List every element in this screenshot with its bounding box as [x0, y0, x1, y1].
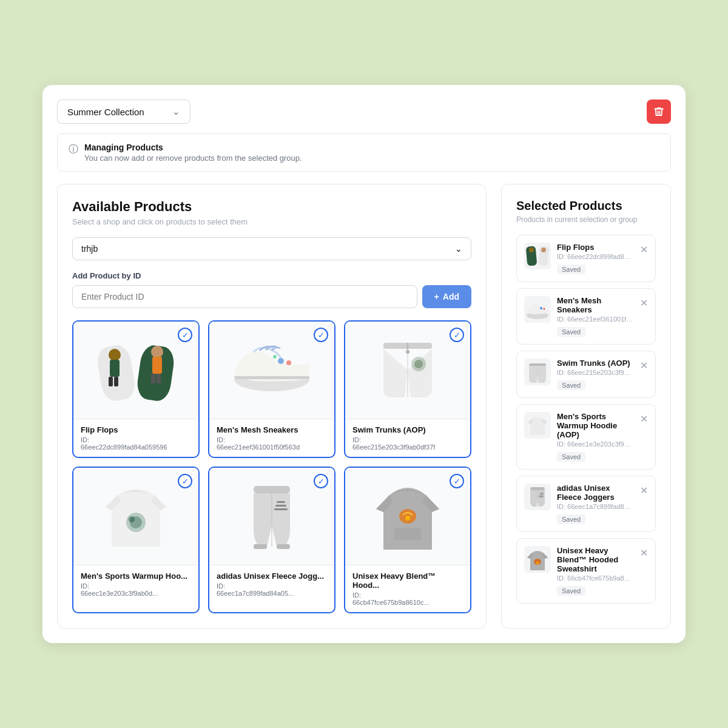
- product-card-joggers[interactable]: ✓: [208, 467, 335, 613]
- product-name: Men's Mesh Sneakers: [217, 425, 327, 434]
- product-info-joggers: adidas Unisex Fleece Jogg... ID:66eec1a7…: [209, 565, 334, 603]
- selected-item-flip-flops: Flip Flops ID: 66eec22dc899fad84a0... Sa…: [516, 235, 656, 282]
- selected-thumb-flip-flops: [524, 243, 551, 269]
- delete-collection-button[interactable]: [647, 99, 671, 124]
- selected-check-icon: ✓: [314, 328, 328, 342]
- product-name: Flip Flops: [81, 425, 191, 434]
- svg-rect-23: [254, 486, 290, 493]
- main-content: Available Products Select a shop and cli…: [57, 184, 671, 629]
- selected-item-id: ID: 66eec22dc899fad84a0...: [557, 253, 634, 260]
- selected-item-details: Unisex Heavy Blend™ Hooded Sweatshirt ID…: [557, 546, 634, 596]
- svg-rect-9: [157, 374, 161, 383]
- selected-item-id: ID: 66eec1e3e203c3f9ab0d...: [557, 440, 634, 448]
- selected-check-icon: ✓: [178, 328, 192, 342]
- add-product-row: + Add: [72, 285, 471, 308]
- selected-check-icon: ✓: [450, 474, 464, 488]
- selected-products-panel: Selected Products Products in current se…: [501, 184, 671, 629]
- selected-item-details: Men's Mesh Sneakers ID: 66eec21eef361001…: [557, 296, 634, 337]
- selected-item-swim-trunks: Swim Trunks (AOP) ID: 66eec215e203c3f9ab…: [516, 351, 656, 398]
- saved-badge: Saved: [557, 586, 585, 596]
- collection-label: Summer Collection: [67, 107, 144, 117]
- trash-icon: [653, 106, 664, 117]
- product-id: ID:66eec21eef361001f50f563d: [217, 436, 327, 451]
- selected-check-icon: ✓: [450, 328, 464, 342]
- svg-point-22: [129, 516, 135, 522]
- svg-point-2: [109, 349, 121, 361]
- svg-rect-5: [114, 377, 118, 386]
- svg-rect-4: [109, 377, 113, 386]
- selected-item-hoodie-white: Men's Sports Warmup Hoodie (AOP) ID: 66e…: [516, 404, 656, 470]
- selected-thumb-joggers: [524, 484, 551, 510]
- selected-item-id: ID: 66cb47fce675b9a8610c...: [557, 575, 634, 582]
- product-info-swim-trunks: Swim Trunks (AOP) ID:66eec215e203c3f9ab0…: [345, 419, 470, 457]
- product-card-flip-flops[interactable]: ✓: [72, 320, 200, 458]
- remove-item-button[interactable]: ✕: [640, 413, 648, 425]
- svg-point-31: [405, 516, 410, 521]
- svg-rect-25: [277, 501, 285, 503]
- svg-rect-43: [540, 493, 544, 494]
- product-info-flip-flops: Flip Flops ID:66eec22dc899fad84a059596: [73, 419, 198, 457]
- product-id-input[interactable]: [72, 285, 417, 308]
- product-id: ID:66cb47fce675b9a8610c...: [352, 592, 463, 606]
- main-card: Summer Collection ⌄ ⓘ Managing Products …: [42, 85, 686, 643]
- add-product-label: Add Product by ID: [72, 271, 471, 280]
- product-card-sneakers[interactable]: ✓: [208, 320, 335, 458]
- selected-products-title: Selected Products: [516, 199, 656, 213]
- info-icon: ⓘ: [69, 143, 78, 156]
- selected-item-id: ID: 66eec1a7c899fad84a05...: [557, 503, 634, 510]
- info-title: Managing Products: [84, 143, 302, 152]
- svg-point-38: [544, 308, 545, 310]
- remove-item-button[interactable]: ✕: [640, 485, 648, 496]
- svg-point-19: [414, 360, 423, 368]
- svg-rect-28: [254, 544, 267, 549]
- remove-item-button[interactable]: ✕: [640, 360, 648, 371]
- remove-item-button[interactable]: ✕: [640, 547, 648, 559]
- svg-rect-41: [530, 487, 545, 490]
- saved-badge: Saved: [557, 327, 585, 337]
- selected-item-details: adidas Unisex Fleece Joggers ID: 66eec1a…: [557, 484, 634, 524]
- remove-item-button[interactable]: ✕: [640, 297, 648, 309]
- svg-point-6: [151, 346, 163, 358]
- product-id: ID:66eec1e3e203c3f9ab0d...: [81, 582, 191, 597]
- svg-point-13: [273, 355, 277, 359]
- selected-item-name: Men's Sports Warmup Hoodie (AOP): [557, 412, 634, 439]
- product-card-swim-trunks[interactable]: ✓: [344, 320, 471, 458]
- product-name: adidas Unisex Fleece Jogg...: [217, 571, 327, 581]
- svg-rect-29: [277, 544, 290, 549]
- available-products-panel: Available Products Select a shop and cli…: [57, 184, 487, 629]
- selected-thumb-swim-trunks: [524, 359, 551, 385]
- collection-dropdown[interactable]: Summer Collection ⌄: [57, 99, 190, 124]
- svg-rect-39: [529, 363, 546, 366]
- product-info-hoodie-grey: Unisex Heavy Blend™ Hood... ID:66cb47fce…: [345, 565, 470, 612]
- add-button-label: Add: [443, 292, 459, 302]
- shop-dropdown[interactable]: trhjb ⌄: [72, 237, 471, 260]
- selected-item-name: Men's Mesh Sneakers: [557, 296, 634, 314]
- selected-item-sneakers: Men's Mesh Sneakers ID: 66eec21eef361001…: [516, 288, 656, 345]
- selected-item-name: Flip Flops: [557, 243, 634, 252]
- product-id: ID:66eec22dc899fad84a059596: [81, 436, 191, 451]
- add-product-button[interactable]: + Add: [422, 285, 471, 308]
- selected-item-name: Swim Trunks (AOP): [557, 359, 634, 368]
- saved-badge: Saved: [557, 514, 585, 524]
- svg-point-12: [286, 360, 291, 365]
- selected-item-details: Flip Flops ID: 66eec22dc899fad84a0... Sa…: [557, 243, 634, 274]
- selected-item-details: Swim Trunks (AOP) ID: 66eec215e203c3f9ab…: [557, 359, 634, 390]
- selected-item-id: ID: 66eec215e203c3f9ab0d...: [557, 369, 634, 376]
- remove-item-button[interactable]: ✕: [640, 244, 648, 255]
- selected-item-id: ID: 66eec21eef361001f50f5...: [557, 315, 634, 323]
- product-card-hoodie-grey[interactable]: ✓: [344, 467, 471, 613]
- selected-thumb-hoodie-grey: [524, 546, 551, 573]
- selected-item-details: Men's Sports Warmup Hoodie (AOP) ID: 66e…: [557, 412, 634, 462]
- svg-point-47: [536, 562, 539, 564]
- selected-item-name: adidas Unisex Fleece Joggers: [557, 484, 634, 502]
- info-description: You can now add or remove products from …: [84, 153, 302, 163]
- product-card-hoodie-white[interactable]: ✓: [72, 467, 200, 613]
- svg-rect-3: [110, 360, 120, 377]
- chevron-down-icon: ⌄: [455, 244, 462, 254]
- product-name: Unisex Heavy Blend™ Hood...: [352, 571, 463, 590]
- svg-rect-8: [151, 374, 155, 383]
- svg-point-11: [278, 358, 284, 364]
- product-id: ID:66eec215e203c3f9ab0df37f: [352, 436, 463, 451]
- plus-icon: +: [434, 292, 439, 302]
- svg-rect-26: [275, 505, 286, 507]
